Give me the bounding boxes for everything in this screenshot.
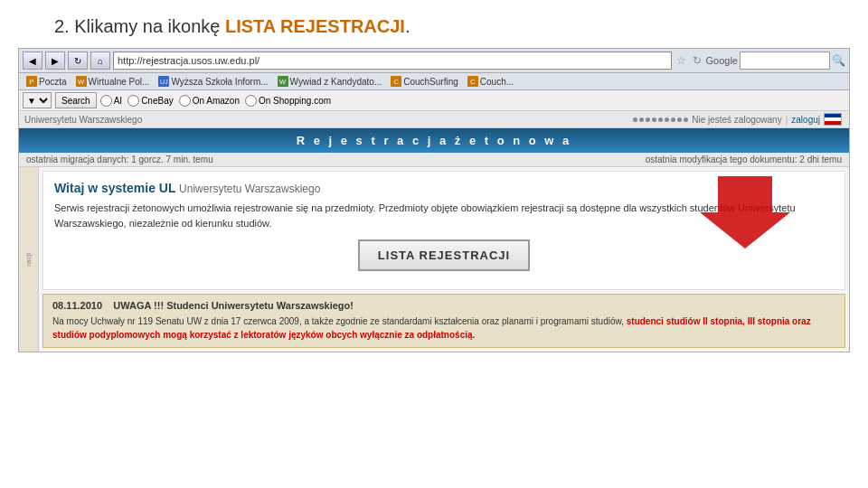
search-box-area: Google 🔍	[706, 52, 845, 70]
bookmark-wyzsza-icon: UJ	[158, 76, 169, 87]
bookmark-wirtualne-icon: W	[76, 76, 87, 87]
bookmark-wywiad-icon: W	[278, 76, 288, 87]
blue-header: R e j e s t r a c j a ż e t o n o w a	[19, 128, 849, 153]
address-input[interactable]	[113, 52, 672, 70]
main-welcome-section: Witaj w systemie UL Uniwersytetu Warszaw…	[42, 171, 845, 290]
warning-section: 08.11.2010 UWAGA !!! Studenci Uniwersyte…	[42, 294, 845, 348]
info-left: ostatnia migracja danych: 1 gorcz. 7 min…	[26, 155, 213, 164]
side-bar: racji	[19, 167, 39, 352]
warning-title: UWAGA !!! Studenci Uniwersytetu Warszaws…	[113, 300, 354, 311]
flag-icon	[824, 113, 842, 126]
bookmark-star-icon[interactable]: ☆	[675, 54, 688, 67]
search-icon[interactable]: 🔍	[832, 54, 845, 67]
bookmark-poczta[interactable]: P Poczta	[23, 75, 71, 88]
bookmark-couchsurfing-icon: C	[391, 76, 401, 87]
search-type-select[interactable]: ▼	[23, 92, 52, 108]
search-options: AI CneBay On Amazon On Shopping.com	[100, 95, 331, 107]
google-label: Google	[706, 55, 738, 66]
login-link[interactable]: zaloguj	[791, 115, 820, 125]
browser-window: ◀ ▶ ↻ ⌂ ☆ ↻ Google 🔍 P Poczta W Wirtualn…	[18, 48, 850, 352]
radio-amazon[interactable]: On Amazon	[179, 95, 240, 107]
bookmark-couchsurfing[interactable]: C CouchSurfing	[387, 75, 462, 88]
bookmark-wyzsza[interactable]: UJ Wyższa Szkoła Inform...	[155, 75, 271, 88]
bookmark-couch[interactable]: C Couch...	[464, 75, 517, 88]
not-logged-text: Nie jesteś zalogowany	[692, 115, 782, 125]
bookmarks-bar: P Poczta W Wirtualne Pol... UJ Wyższa Sz…	[19, 73, 849, 90]
address-bar-row: ◀ ▶ ↻ ⌂ ☆ ↻ Google 🔍	[19, 49, 849, 73]
radio-ai[interactable]: AI	[100, 95, 122, 107]
refresh-icon[interactable]: ↻	[691, 54, 703, 67]
bookmark-wirtualne[interactable]: W Wirtualne Pol...	[72, 75, 154, 88]
lista-rejestracji-button[interactable]: LISTA REJESTRACJI	[358, 239, 530, 271]
login-area: Nie jesteś zalogowany | zaloguj	[633, 113, 844, 126]
uni-top-bar: Uniwersytetu Warszawskiego Nie jesteś za…	[19, 111, 849, 128]
side-text: racji	[24, 253, 33, 267]
google-search-input[interactable]	[740, 52, 830, 70]
search-bar-row: ▼ Search AI CneBay On Amazon On Shopping…	[19, 90, 849, 111]
bookmark-wywiad[interactable]: W Wywiad z Kandydato...	[274, 75, 386, 88]
warning-date: 08.11.2010 UWAGA !!! Studenci Uniwersyte…	[52, 300, 835, 311]
warning-text: Na mocy Uchwały nr 119 Senatu UW z dnia …	[52, 314, 835, 342]
info-bar: ostatnia migracja danych: 1 gorcz. 7 min…	[19, 153, 849, 167]
bookmark-couch-icon: C	[467, 76, 478, 87]
page-title: 2. Klikamy na ikonkę LISTA REJESTRACJI.	[0, 0, 868, 48]
svg-marker-0	[691, 176, 790, 249]
dots-decoration	[633, 117, 688, 122]
bookmark-poczta-icon: P	[26, 76, 37, 87]
content-wrapper: racji Witaj w systemie UL Uniwersytetu W…	[19, 167, 849, 352]
search-button[interactable]: Search	[55, 92, 97, 108]
refresh-button[interactable]: ↻	[68, 52, 88, 70]
website-content: Uniwersytetu Warszawskiego Nie jesteś za…	[19, 111, 849, 352]
header-title: R e j e s t r a c j a ż e t o n o w a	[297, 134, 572, 147]
back-button[interactable]: ◀	[23, 52, 42, 70]
forward-button[interactable]: ▶	[45, 52, 65, 70]
info-right: ostatnia modyfikacja tego dokumentu: 2 d…	[646, 155, 842, 164]
arrow-decoration	[673, 172, 790, 256]
radio-shopping[interactable]: On Shopping.com	[245, 95, 331, 107]
radio-cnebay[interactable]: CneBay	[127, 95, 174, 107]
home-button[interactable]: ⌂	[90, 52, 110, 70]
uni-name: Uniwersytetu Warszawskiego	[24, 115, 142, 125]
